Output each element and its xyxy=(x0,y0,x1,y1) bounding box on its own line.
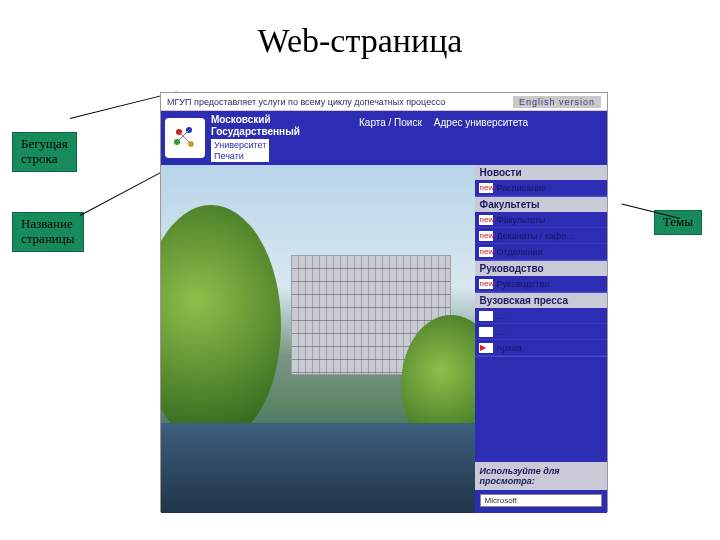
pointer-line xyxy=(80,170,164,215)
nav-item-label: Руководство xyxy=(497,279,550,289)
nav-head[interactable]: Факультеты xyxy=(475,197,607,212)
viewer-button[interactable]: Microsoft xyxy=(480,494,602,507)
nav-item-label: Расписание xyxy=(497,183,547,193)
nav-item[interactable]: new Отделения xyxy=(475,244,607,260)
nav-item[interactable]: ▶ Архив xyxy=(475,340,607,356)
logo-line3: Университет xyxy=(214,140,266,150)
slide-title: Web-страница xyxy=(0,22,720,60)
new-badge-icon: new xyxy=(479,231,493,241)
nav-section-faculties: Факультеты new Факультеты new Деканаты /… xyxy=(475,197,607,261)
hero-photo xyxy=(161,165,475,513)
nav-section-news: Новости new Расписание xyxy=(475,165,607,197)
logo-line2: Государственный xyxy=(211,126,300,138)
new-badge-icon: new xyxy=(479,183,493,193)
callout-pagename: Названиестраницы xyxy=(12,212,84,252)
nav-item-label: Деканаты / кафе... xyxy=(497,231,574,241)
english-version-link[interactable]: English version xyxy=(513,96,601,108)
water-graphic xyxy=(161,423,475,513)
tree-graphic xyxy=(161,205,281,445)
new-badge-icon: new xyxy=(479,279,493,289)
marquee-text: МГУП предоставляет услуги по всему циклу… xyxy=(167,97,445,107)
nav-head[interactable]: Новости xyxy=(475,165,607,180)
viewer-hint: Используйте дляпросмотра: xyxy=(475,462,607,490)
logo-block[interactable]: Московский Государственный Университет П… xyxy=(161,111,351,165)
nav-item[interactable]: … xyxy=(475,308,607,324)
nav-map-search[interactable]: Карта / Поиск xyxy=(359,117,422,159)
arrow-icon: ▶ xyxy=(479,343,493,353)
bullet-icon xyxy=(479,311,493,321)
logo-line4: Печати xyxy=(214,151,244,161)
logo-line1: Московский xyxy=(211,114,300,126)
main-content: Новости new Расписание Факультеты new Фа… xyxy=(161,165,607,513)
nav-item-label: Архив xyxy=(497,343,522,353)
nav-item-label: Факультеты xyxy=(497,215,546,225)
logo-text: Московский Государственный Университет П… xyxy=(211,114,300,162)
marquee-bar: МГУП предоставляет услуги по всему циклу… xyxy=(161,93,607,111)
nav-item-label: Отделения xyxy=(497,247,543,257)
nav-section-leadership: Руководство new Руководство xyxy=(475,261,607,293)
new-badge-icon: new xyxy=(479,215,493,225)
bullet-icon xyxy=(479,327,493,337)
logo-icon xyxy=(165,118,205,158)
webpage-screenshot: МГУП предоставляет услуги по всему циклу… xyxy=(160,92,608,512)
page-header: Московский Государственный Университет П… xyxy=(161,111,607,165)
top-nav: Карта / Поиск Адрес университета xyxy=(351,111,607,165)
nav-item-label: … xyxy=(497,327,506,337)
nav-item[interactable]: new Факультеты xyxy=(475,212,607,228)
nav-item-label: … xyxy=(497,311,506,321)
nav-item[interactable]: new Расписание xyxy=(475,180,607,196)
nav-item[interactable]: … xyxy=(475,324,607,340)
callout-marquee: Бегущаястрока xyxy=(12,132,77,172)
side-nav: Новости new Расписание Факультеты new Фа… xyxy=(475,165,607,513)
nav-section-press: Вузовская пресса … … ▶ Архив xyxy=(475,293,607,357)
nav-address[interactable]: Адрес университета xyxy=(434,117,528,159)
nav-item[interactable]: new Деканаты / кафе... xyxy=(475,228,607,244)
nav-item[interactable]: new Руководство xyxy=(475,276,607,292)
new-badge-icon: new xyxy=(479,247,493,257)
nav-head[interactable]: Вузовская пресса xyxy=(475,293,607,308)
nav-head[interactable]: Руководство xyxy=(475,261,607,276)
